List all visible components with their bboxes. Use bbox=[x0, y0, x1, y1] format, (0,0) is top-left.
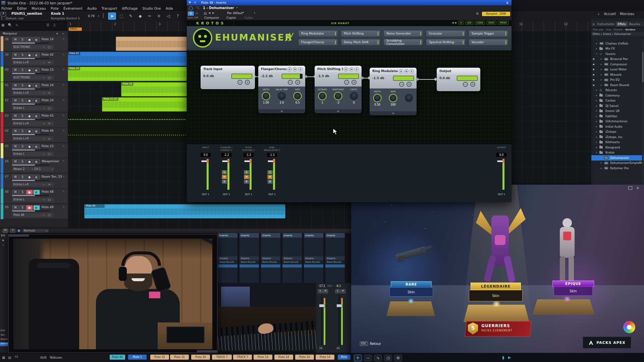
preset-dropdown-icon[interactable]: ▾ bbox=[254, 12, 255, 14]
mixer-strip[interactable]: InsertsDépartsRoom Reverb bbox=[239, 233, 259, 283]
tree-item-level-meter[interactable]: ★▸FXLevel Meter bbox=[591, 67, 644, 72]
aux-label[interactable]: AUX bbox=[40, 356, 47, 359]
track-row[interactable]: 40MS●◐Piste 15ELECTRONIC▾○∿ bbox=[0, 67, 68, 82]
expand-arrow-icon[interactable]: ▸ bbox=[596, 130, 597, 133]
sort-option-vendeur[interactable]: Vendeur bbox=[625, 28, 635, 31]
meter-fader-handle[interactable] bbox=[268, 160, 274, 162]
fader-track[interactable] bbox=[321, 295, 322, 345]
tree-item-cha-nes-d-effets[interactable]: ▸FXChaînes d'effets bbox=[591, 41, 644, 46]
fader-handle[interactable] bbox=[319, 304, 325, 307]
node-header[interactable]: Pitch Shifting 1BMS bbox=[315, 66, 362, 72]
strip-inserts-header[interactable]: Inserts bbox=[218, 233, 237, 238]
expand-arrow-icon[interactable]: ▾ bbox=[596, 53, 597, 55]
track-volume-bar[interactable] bbox=[12, 210, 49, 212]
track-volume-bar[interactable] bbox=[12, 149, 49, 150]
node-plus-button[interactable]: + bbox=[245, 80, 250, 85]
rail-item-Extern[interactable]: Extern bbox=[0, 338, 9, 342]
listen-tool-icon[interactable]: ◁ bbox=[164, 12, 172, 20]
grid-icon[interactable]: ▦ bbox=[1, 23, 4, 27]
track-volume-bar[interactable] bbox=[12, 195, 49, 196]
breadcrumb-krotos[interactable]: Krotos bbox=[603, 33, 611, 36]
module-button-noise-generator[interactable]: Noise Generator bbox=[383, 30, 423, 37]
node-header[interactable]: Ring Modulator 1BMS bbox=[370, 68, 417, 74]
meter-fader-handle[interactable] bbox=[201, 160, 207, 162]
node-level-bar[interactable] bbox=[457, 76, 478, 81]
audio-clip[interactable]: Piste 12 bbox=[68, 67, 187, 81]
track-solo-button[interactable]: S bbox=[19, 190, 26, 195]
track-row[interactable]: 39MS●◐Piste 42Entrée L+R▾∞∿ bbox=[0, 52, 68, 67]
track-monitor-button[interactable]: ◐ bbox=[33, 175, 40, 180]
tree-item-room-reverb[interactable]: ★▸FXRoom Reverb bbox=[591, 82, 644, 88]
meter-value[interactable]: 0.0 bbox=[201, 153, 211, 157]
strip-send-item[interactable]: Room Reverb bbox=[261, 260, 280, 264]
track-volume-bar[interactable] bbox=[12, 43, 49, 44]
knob-cents[interactable] bbox=[350, 92, 358, 100]
track-monitor-button[interactable]: ◐ bbox=[33, 129, 40, 134]
node-db-value[interactable]: -2.2 db bbox=[261, 74, 273, 78]
help-button[interactable]: ? bbox=[174, 12, 182, 20]
bypass-icon[interactable] bbox=[189, 6, 193, 10]
audio-clip[interactable]: Piste 21 (2) bbox=[102, 97, 187, 112]
meter-value[interactable]: -1.5 bbox=[244, 153, 254, 157]
track-name[interactable]: Piste 42 bbox=[42, 53, 63, 56]
channel-tab[interactable]: Piste 30 bbox=[191, 355, 210, 360]
expand-arrow-icon[interactable]: ▸ bbox=[596, 89, 597, 92]
node-grip[interactable]: ≡ bbox=[258, 109, 305, 113]
node-s-button[interactable]: S bbox=[355, 67, 359, 71]
expand-arrow-icon[interactable]: ▸ bbox=[596, 146, 597, 149]
track-mute-button[interactable]: M bbox=[12, 129, 19, 134]
meter-value[interactable]: 0.0 bbox=[496, 153, 506, 157]
strip-departs-header[interactable]: Départs bbox=[239, 256, 259, 260]
tree-item-izotope[interactable]: ▸iZotope bbox=[591, 129, 644, 135]
track-row[interactable]: 45MS●◐Piste 23Entrée L▾○∿ bbox=[0, 143, 68, 158]
meter-s-button[interactable]: S bbox=[222, 170, 227, 174]
track-record-button[interactable]: ● bbox=[26, 205, 33, 210]
node-plus-button[interactable]: + bbox=[352, 80, 357, 85]
home-icon[interactable]: ⌂ bbox=[592, 22, 594, 26]
track-monitor-button[interactable]: ◐ bbox=[33, 205, 40, 210]
clock-button[interactable]: ◷ bbox=[384, 355, 392, 361]
track-channel-mode[interactable]: ○ bbox=[45, 213, 54, 217]
strip-highlight-row[interactable] bbox=[304, 264, 323, 267]
track-input-select[interactable]: Weaer 2▾ bbox=[12, 167, 34, 171]
range-tool-icon[interactable]: ⬚ bbox=[117, 12, 125, 20]
track-solo-button[interactable]: S bbox=[19, 205, 26, 210]
restore-window-icon[interactable] bbox=[628, 186, 632, 190]
track-input-select[interactable]: Entrée L+R▾ bbox=[12, 182, 46, 187]
pages-icon[interactable]: ▦ bbox=[2, 356, 5, 359]
track-record-button[interactable]: ● bbox=[26, 159, 33, 164]
tree-item-dehumanisersimplemons[interactable]: ▸FXDehumaniserSimpleMons bbox=[591, 161, 644, 166]
audio-clip[interactable]: Piste 20 bbox=[121, 82, 187, 97]
track-row[interactable]: 38MS●◐Piste 14ELECTRONIC▾○∿ bbox=[0, 36, 68, 51]
expand-arrow-icon[interactable]: ▸ bbox=[596, 120, 597, 123]
tree-item-dehumaniser[interactable]: ▸FXDehumaniser bbox=[591, 155, 644, 161]
marker-debut[interactable]: Début bbox=[69, 27, 82, 31]
node-m-button[interactable]: M bbox=[404, 69, 409, 73]
knob-semitones[interactable] bbox=[334, 92, 342, 100]
automation-badge[interactable]: A bbox=[1, 12, 6, 16]
monitor-dot-icon[interactable]: ● bbox=[17, 229, 20, 232]
rainbow-logo-icon[interactable] bbox=[623, 321, 635, 333]
fader-solo-button[interactable]: S bbox=[318, 289, 323, 293]
node-b-button[interactable]: B bbox=[287, 67, 292, 71]
mixer-strip[interactable]: InsertsDépartsRoom Reverb bbox=[261, 233, 281, 283]
marker-row[interactable]: Marqueur + − bbox=[0, 31, 68, 37]
track-row[interactable]: 41MS●◐Piste 24Entrée L+R▾∞∿ bbox=[0, 82, 68, 97]
browser-tab-effets[interactable]: Effets bbox=[616, 22, 628, 26]
mixer-strip[interactable]: InsertsDépartsRoom Reverb bbox=[304, 233, 324, 283]
meter-value[interactable]: -2.2 bbox=[221, 153, 231, 157]
track-channel-select[interactable]: CH 1▾ bbox=[33, 167, 54, 171]
expand-arrow-icon[interactable]: ▸ bbox=[601, 73, 602, 76]
node-m-button[interactable]: M bbox=[349, 67, 354, 71]
expand-arrow-icon[interactable]: ▸ bbox=[601, 162, 602, 164]
preset-display[interactable]: SIR ROBOT bbox=[331, 22, 350, 25]
strip-highlight-row[interactable] bbox=[282, 264, 302, 267]
wave-icon[interactable]: ∿ bbox=[15, 23, 18, 27]
breadcrumb-effets[interactable]: Effets bbox=[593, 33, 600, 36]
meter-b-button[interactable]: B bbox=[244, 180, 249, 184]
load-button[interactable]: LOAD bbox=[475, 21, 485, 25]
esc-back[interactable]: ESC Retour bbox=[360, 342, 381, 346]
track-channel-mode[interactable]: ∞ bbox=[45, 136, 54, 141]
strip-departs-header[interactable]: Départs bbox=[325, 256, 345, 260]
knob-depth[interactable] bbox=[373, 94, 382, 102]
